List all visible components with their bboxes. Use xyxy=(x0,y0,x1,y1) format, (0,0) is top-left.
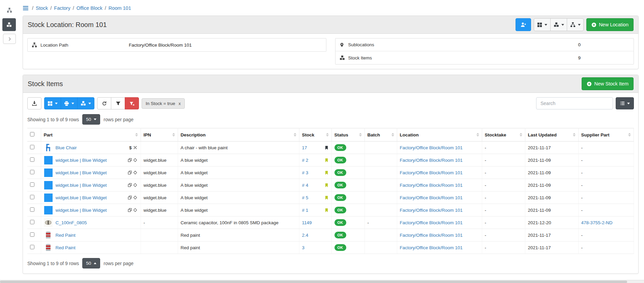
stock-link[interactable]: 2.4 xyxy=(302,233,309,238)
select-all-checkbox[interactable] xyxy=(30,132,34,136)
view-mode-button[interactable] xyxy=(616,97,634,109)
part-link[interactable]: widget.blue | Blue Widget xyxy=(56,170,107,175)
breadcrumb-link[interactable]: Room 101 xyxy=(109,5,131,11)
page-size-button[interactable]: 50 xyxy=(82,258,100,268)
filter-chip[interactable]: In Stock = true x xyxy=(142,98,185,109)
part-thumbnail[interactable] xyxy=(44,168,53,177)
location-link[interactable]: Factory/Office Block/Room 101 xyxy=(400,170,463,175)
part-thumbnail[interactable] xyxy=(44,243,53,252)
location-link[interactable]: Factory/Office Block/Room 101 xyxy=(400,208,463,213)
sort-icon[interactable] xyxy=(294,133,296,136)
download-button[interactable] xyxy=(27,97,41,109)
scrollbar-thumb[interactable] xyxy=(0,281,627,283)
menu-icon[interactable] xyxy=(23,5,29,11)
stock-link[interactable]: # 4 xyxy=(302,183,309,188)
sidebar-tab-sublocations[interactable] xyxy=(3,5,16,16)
filter-button-group xyxy=(97,97,139,109)
row-checkbox[interactable] xyxy=(30,207,34,212)
status-badge: OK xyxy=(334,219,346,226)
sort-icon[interactable] xyxy=(391,133,394,136)
stock-link[interactable]: 1149 xyxy=(302,220,312,225)
location-link[interactable]: Factory/Office Block/Room 101 xyxy=(400,245,463,250)
location-actions-button[interactable] xyxy=(567,18,584,31)
sort-icon[interactable] xyxy=(520,133,522,136)
part-thumbnail[interactable] xyxy=(44,181,53,190)
sort-icon[interactable] xyxy=(573,133,576,136)
part-link[interactable]: Red Paint xyxy=(56,245,76,250)
part-link[interactable]: widget.blue | Blue Widget xyxy=(56,195,107,200)
stock-link[interactable]: 17 xyxy=(302,145,307,150)
column-header-batch[interactable]: Batch xyxy=(364,128,397,142)
location-link[interactable]: Factory/Office Block/Room 101 xyxy=(400,158,463,163)
page-size-button[interactable]: 50 xyxy=(82,114,100,125)
stock-options-button[interactable] xyxy=(77,97,94,109)
column-header-supplier-part[interactable]: Supplier Part xyxy=(578,128,634,142)
sort-icon[interactable] xyxy=(135,133,138,136)
location-link[interactable]: Factory/Office Block/Room 101 xyxy=(400,195,463,200)
column-header-ipn[interactable]: IPN xyxy=(141,128,178,142)
sort-icon[interactable] xyxy=(172,133,175,136)
row-checkbox[interactable] xyxy=(30,170,34,174)
search-input[interactable] xyxy=(536,97,613,109)
column-header-stocktake[interactable]: Stocktake xyxy=(482,128,525,142)
new-location-button[interactable]: New Location xyxy=(586,18,634,31)
breadcrumb-link[interactable]: Office Block xyxy=(77,5,103,11)
stock-toolbar: In Stock = true x xyxy=(27,97,634,109)
column-header-last-updated[interactable]: Last Updated xyxy=(525,128,578,142)
location-link[interactable]: Factory/Office Block/Room 101 xyxy=(400,233,463,238)
location-link[interactable]: Factory/Office Block/Room 101 xyxy=(400,220,463,225)
row-checkbox[interactable] xyxy=(30,145,34,149)
column-header-location[interactable]: Location xyxy=(397,128,482,142)
stock-actions-button[interactable] xyxy=(550,18,567,31)
stock-link[interactable]: # 2 xyxy=(302,158,309,163)
barcode-user-button[interactable] xyxy=(516,18,531,31)
column-header-stock[interactable]: Stock xyxy=(299,128,331,142)
location-link[interactable]: Factory/Office Block/Room 101 xyxy=(400,145,463,150)
stock-link[interactable]: 3 xyxy=(302,245,305,250)
part-link[interactable]: C_100nF_0805 xyxy=(56,220,87,225)
clear-filters-button[interactable] xyxy=(125,97,139,109)
print-actions-button[interactable] xyxy=(61,97,78,109)
part-link[interactable]: Red Paint xyxy=(56,233,76,238)
part-link[interactable]: widget.blue | Blue Widget xyxy=(56,208,107,213)
table-columns-button[interactable] xyxy=(44,97,61,109)
options-menu-button[interactable] xyxy=(534,18,551,31)
horizontal-scrollbar[interactable] xyxy=(0,280,644,283)
column-header-part[interactable]: Part xyxy=(41,128,141,142)
sort-icon[interactable] xyxy=(326,133,329,136)
part-thumbnail[interactable] xyxy=(44,143,53,152)
row-checkbox[interactable] xyxy=(30,220,34,224)
column-header-status[interactable]: Status xyxy=(331,128,364,142)
row-checkbox[interactable] xyxy=(30,157,34,162)
filter-button[interactable] xyxy=(111,97,125,109)
supplier-part-link[interactable]: 478-3755-2-ND xyxy=(581,220,613,225)
row-checkbox[interactable] xyxy=(30,245,34,249)
part-thumbnail[interactable] xyxy=(44,206,53,215)
part-thumbnail[interactable] xyxy=(44,193,53,202)
new-stock-item-button[interactable]: New Stock Item xyxy=(582,77,634,90)
part-thumbnail[interactable] xyxy=(44,231,53,240)
refresh-button[interactable] xyxy=(97,97,111,109)
stock-link[interactable]: # 5 xyxy=(302,195,309,200)
part-link[interactable]: Blue Chair xyxy=(56,145,77,150)
part-link[interactable]: widget.blue | Blue Widget xyxy=(56,183,107,188)
row-checkbox[interactable] xyxy=(30,232,34,237)
stock-link[interactable]: # 1 xyxy=(302,208,309,213)
location-link[interactable]: Factory/Office Block/Room 101 xyxy=(400,183,463,188)
sidebar-expand-button[interactable] xyxy=(3,34,16,44)
remove-filter-icon[interactable]: x xyxy=(178,101,181,106)
breadcrumb-link[interactable]: Factory xyxy=(54,5,70,11)
sidebar-tab-stock[interactable] xyxy=(2,18,16,31)
sort-icon[interactable] xyxy=(628,133,631,136)
column-header-description[interactable]: Description xyxy=(178,128,299,142)
breadcrumb-link[interactable]: Stock xyxy=(36,5,48,11)
row-checkbox[interactable] xyxy=(30,195,34,199)
part-link[interactable]: widget.blue | Blue Widget xyxy=(56,158,107,163)
part-thumbnail[interactable] xyxy=(44,156,53,165)
part-thumbnail[interactable] xyxy=(44,218,53,227)
stock-link[interactable]: # 3 xyxy=(302,170,309,175)
sort-icon[interactable] xyxy=(359,133,362,136)
sort-icon[interactable] xyxy=(476,133,479,136)
row-checkbox[interactable] xyxy=(30,182,34,187)
stock-table-body: Blue Chair$A chair - with blue paint17OK… xyxy=(27,142,634,254)
